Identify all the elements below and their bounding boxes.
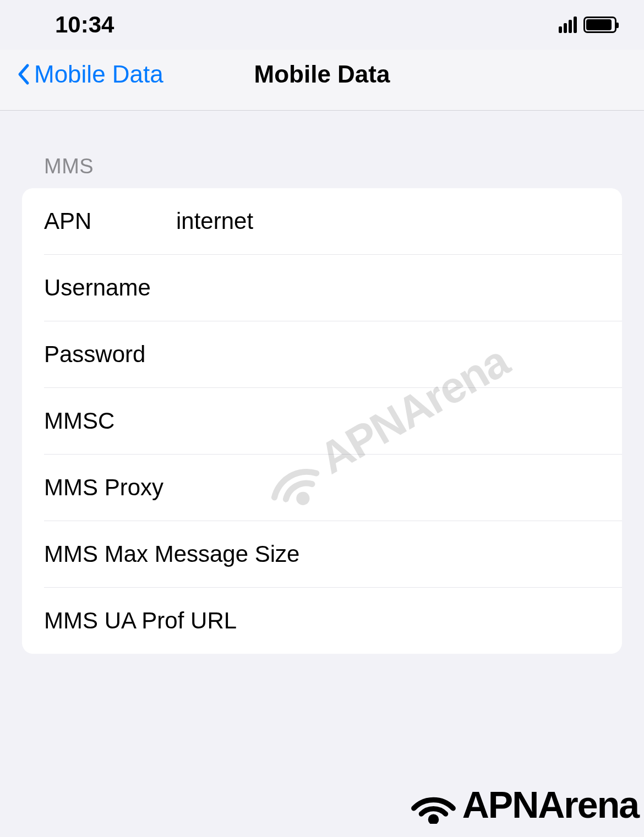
watermark-bottom: APNArena xyxy=(410,783,638,826)
username-label: Username xyxy=(44,275,176,301)
svg-point-1 xyxy=(430,817,436,822)
page-title: Mobile Data xyxy=(254,61,390,88)
mms-proxy-input[interactable] xyxy=(176,474,600,501)
status-indicators xyxy=(559,17,616,33)
wifi-icon xyxy=(410,785,457,824)
setting-row-mmsc[interactable]: MMSC xyxy=(22,388,622,455)
chevron-left-icon xyxy=(17,63,30,85)
password-input[interactable] xyxy=(176,341,600,368)
setting-row-username[interactable]: Username xyxy=(22,255,622,321)
mms-proxy-label: MMS Proxy xyxy=(44,474,176,501)
mms-ua-prof-input[interactable] xyxy=(237,608,600,634)
mmsc-label: MMSC xyxy=(44,408,176,434)
section-header-mms: MMS xyxy=(0,111,644,188)
setting-row-mms-proxy[interactable]: MMS Proxy xyxy=(22,455,622,521)
setting-row-mms-ua-prof[interactable]: MMS UA Prof URL xyxy=(22,588,622,654)
back-label: Mobile Data xyxy=(34,61,163,88)
password-label: Password xyxy=(44,341,176,368)
setting-row-password[interactable]: Password xyxy=(22,321,622,388)
apn-input[interactable] xyxy=(176,208,600,234)
username-input[interactable] xyxy=(176,275,600,301)
signal-icon xyxy=(559,17,577,33)
battery-icon xyxy=(583,17,616,33)
status-time: 10:34 xyxy=(55,12,114,38)
setting-row-mms-max-size[interactable]: MMS Max Message Size xyxy=(22,521,622,588)
back-button[interactable]: Mobile Data xyxy=(17,61,163,88)
apn-label: APN xyxy=(44,208,176,234)
status-bar: 10:34 xyxy=(0,0,644,50)
mms-settings-group: APN Username Password MMSC MMS Proxy MMS… xyxy=(22,188,622,654)
mmsc-input[interactable] xyxy=(176,408,600,434)
mms-max-size-input[interactable] xyxy=(299,541,600,567)
mms-ua-prof-label: MMS UA Prof URL xyxy=(44,608,237,634)
setting-row-apn[interactable]: APN xyxy=(22,188,622,255)
mms-max-size-label: MMS Max Message Size xyxy=(44,541,299,567)
nav-bar: Mobile Data Mobile Data xyxy=(0,50,644,111)
watermark-text: APNArena xyxy=(462,783,638,826)
